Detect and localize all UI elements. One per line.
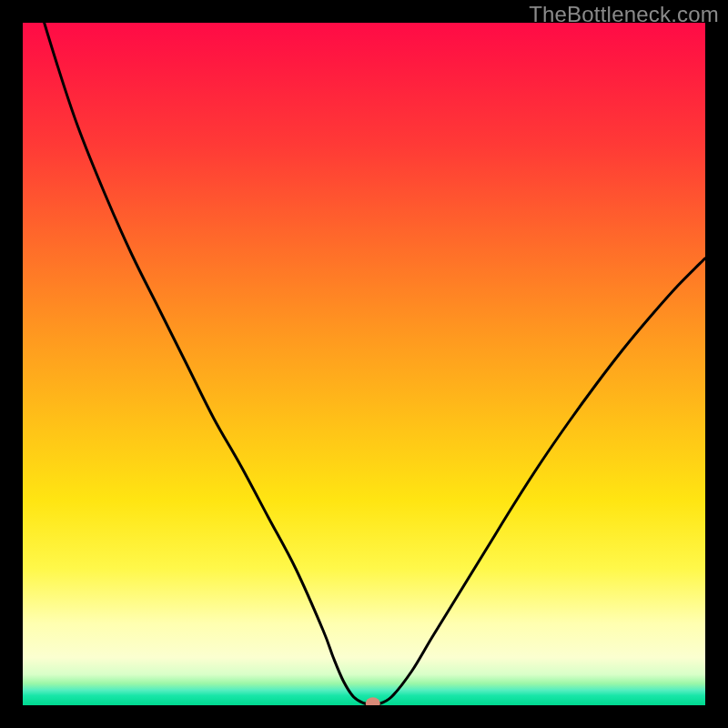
- minimum-marker: [366, 697, 380, 705]
- bottleneck-curve: [23, 23, 705, 705]
- plot-svg: [23, 23, 705, 705]
- plot-area: [23, 23, 705, 705]
- svg-point-0: [366, 697, 380, 705]
- chart-container: TheBottleneck.com: [0, 0, 728, 728]
